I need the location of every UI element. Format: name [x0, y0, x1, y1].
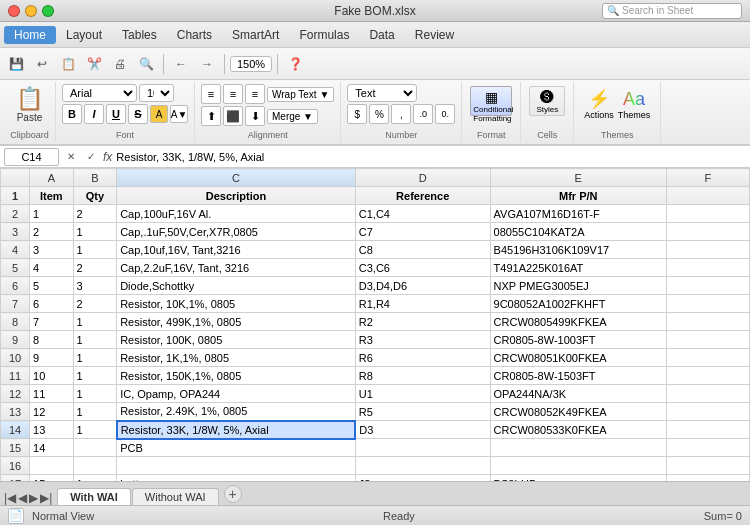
cell-c15[interactable]: PCB [117, 439, 356, 457]
row-num[interactable]: 6 [1, 277, 30, 295]
cell-e15[interactable] [490, 439, 666, 457]
cell-a2[interactable]: 1 [30, 205, 74, 223]
cell-f2[interactable] [666, 205, 749, 223]
cell-d10[interactable]: R6 [355, 349, 490, 367]
actions-btn[interactable]: ⚡ Actions [584, 88, 614, 120]
cell-c3[interactable]: Cap,.1uF,50V,Cer,X7R,0805 [117, 223, 356, 241]
cell-c11[interactable]: Resistor, 150K,1%, 0805 [117, 367, 356, 385]
row-num[interactable]: 14 [1, 421, 30, 439]
cell-d14[interactable]: D3 [355, 421, 490, 439]
close-button[interactable] [8, 5, 20, 17]
sheet-tab-without-wai[interactable]: Without WAI [132, 488, 219, 505]
styles-btn[interactable]: 🅢 Styles [529, 86, 565, 116]
cell-reference[interactable] [4, 148, 59, 166]
cell-a7[interactable]: 6 [30, 295, 74, 313]
paste-button[interactable]: 📋 Paste [10, 84, 49, 125]
merge-btn[interactable]: Merge ▼ [267, 109, 318, 124]
cell-d2[interactable]: C1,C4 [355, 205, 490, 223]
cell-b6[interactable]: 3 [73, 277, 117, 295]
tab-next-arrow[interactable]: ▶ [29, 491, 38, 505]
cell-f7[interactable] [666, 295, 749, 313]
cell-b13[interactable]: 1 [73, 403, 117, 421]
cell-b11[interactable]: 1 [73, 367, 117, 385]
row-num[interactable]: 9 [1, 331, 30, 349]
cell-c7[interactable]: Resistor, 10K,1%, 0805 [117, 295, 356, 313]
row-num[interactable]: 4 [1, 241, 30, 259]
cell-f10[interactable] [666, 349, 749, 367]
cell-f1[interactable] [666, 187, 749, 205]
comma-btn[interactable]: , [391, 104, 411, 124]
row-num[interactable]: 10 [1, 349, 30, 367]
cell-e9[interactable]: CR0805-8W-1003FT [490, 331, 666, 349]
menu-layout[interactable]: Layout [56, 26, 112, 44]
col-header-b[interactable]: B [73, 169, 117, 187]
cell-a16[interactable] [30, 457, 74, 475]
cell-b9[interactable]: 1 [73, 331, 117, 349]
cell-a6[interactable]: 5 [30, 277, 74, 295]
valign-bot-btn[interactable]: ⬇ [245, 106, 265, 126]
align-center-btn[interactable]: ≡ [223, 84, 243, 104]
menu-tables[interactable]: Tables [112, 26, 167, 44]
cell-e1[interactable]: Mfr P/N [490, 187, 666, 205]
toolbar-icon-5[interactable]: 🖨 [108, 52, 132, 76]
row-num[interactable]: 13 [1, 403, 30, 421]
menu-data[interactable]: Data [359, 26, 404, 44]
cell-d12[interactable]: U1 [355, 385, 490, 403]
cell-c8[interactable]: Resistor, 499K,1%, 0805 [117, 313, 356, 331]
cell-b5[interactable]: 2 [73, 259, 117, 277]
cell-f14[interactable] [666, 421, 749, 439]
tab-last-arrow[interactable]: ▶| [40, 491, 52, 505]
cell-d5[interactable]: C3,C6 [355, 259, 490, 277]
cell-c10[interactable]: Resistor, 1K,1%, 0805 [117, 349, 356, 367]
cell-c17[interactable]: battery snap [117, 475, 356, 482]
cell-f3[interactable] [666, 223, 749, 241]
row-num[interactable]: 5 [1, 259, 30, 277]
cell-b15[interactable] [73, 439, 117, 457]
cell-d7[interactable]: R1,R4 [355, 295, 490, 313]
cell-c9[interactable]: Resistor, 100K, 0805 [117, 331, 356, 349]
menu-home[interactable]: Home [4, 26, 56, 44]
bold-button[interactable]: B [62, 104, 82, 124]
cell-f11[interactable] [666, 367, 749, 385]
row-num[interactable]: 1 [1, 187, 30, 205]
cell-a1[interactable]: Item [30, 187, 74, 205]
confirm-formula-btn[interactable]: ✓ [83, 149, 99, 165]
tab-first-arrow[interactable]: |◀ [4, 491, 16, 505]
cell-e16[interactable] [490, 457, 666, 475]
cell-e14[interactable]: CRCW080533K0FKEA [490, 421, 666, 439]
col-header-a[interactable]: A [30, 169, 74, 187]
cell-a5[interactable]: 4 [30, 259, 74, 277]
align-left-btn[interactable]: ≡ [201, 84, 221, 104]
row-num[interactable]: 3 [1, 223, 30, 241]
toolbar-icon-1[interactable]: 💾 [4, 52, 28, 76]
add-sheet-button[interactable]: + [224, 485, 242, 503]
row-num[interactable]: 15 [1, 439, 30, 457]
cell-d3[interactable]: C7 [355, 223, 490, 241]
formula-input[interactable] [116, 151, 746, 163]
toolbar-icon-4[interactable]: ✂️ [82, 52, 106, 76]
cell-f6[interactable] [666, 277, 749, 295]
cell-a11[interactable]: 10 [30, 367, 74, 385]
cell-f8[interactable] [666, 313, 749, 331]
themes-btn[interactable]: Aa Themes [618, 89, 651, 120]
cell-c14[interactable]: Resistor, 33K, 1/8W, 5%, Axial [117, 421, 356, 439]
tab-prev-arrow[interactable]: ◀ [18, 491, 27, 505]
strikethrough-button[interactable]: S [128, 104, 148, 124]
menu-formulas[interactable]: Formulas [289, 26, 359, 44]
cell-e3[interactable]: 08055C104KAT2A [490, 223, 666, 241]
toolbar-icon-7[interactable]: ← [169, 52, 193, 76]
col-header-d[interactable]: D [355, 169, 490, 187]
cell-b2[interactable]: 2 [73, 205, 117, 223]
cell-c6[interactable]: Diode,Schottky [117, 277, 356, 295]
cell-b1[interactable]: Qty [73, 187, 117, 205]
cell-b3[interactable]: 1 [73, 223, 117, 241]
cell-d1[interactable]: Reference [355, 187, 490, 205]
cell-e5[interactable]: T491A225K016AT [490, 259, 666, 277]
row-num[interactable]: 16 [1, 457, 30, 475]
cell-a9[interactable]: 8 [30, 331, 74, 349]
cell-e6[interactable]: NXP PMEG3005EJ [490, 277, 666, 295]
cell-b16[interactable] [73, 457, 117, 475]
cell-d11[interactable]: R8 [355, 367, 490, 385]
cancel-formula-btn[interactable]: ✕ [63, 149, 79, 165]
cell-b4[interactable]: 1 [73, 241, 117, 259]
